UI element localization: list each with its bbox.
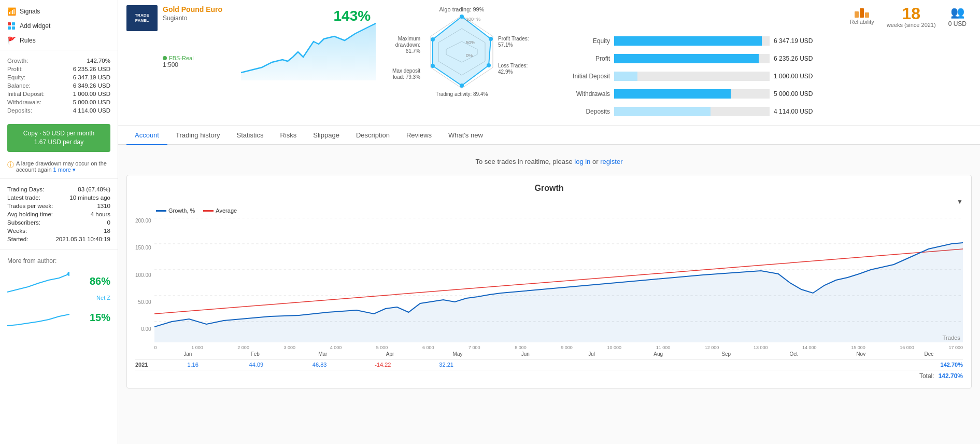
svg-text:0%: 0%	[466, 53, 473, 58]
realtime-notice: To see trades in realtime, please log in…	[126, 154, 972, 170]
sidebar-item-signals[interactable]: 📶 Signals	[0, 4, 118, 19]
growth-svg: Trades	[154, 218, 963, 342]
year-label: 2021	[135, 362, 161, 368]
mar-value: 46.83	[288, 362, 351, 368]
withdrawals-bar-row: Withdrawals 5 000.00 USD	[553, 89, 967, 99]
more-from-author: More from author: 86% Net Z 15%	[0, 252, 118, 336]
year-bar-section: 2021 1.16 44.09 46.83 -14.22 32.21 142.7…	[135, 359, 963, 380]
rules-label: Rules	[20, 37, 36, 44]
y-150: 150.00	[135, 245, 151, 251]
x-axis-labels: 01 0002 0003 0004 0005 0006 0007 0008 00…	[154, 345, 963, 350]
may-value: 32.21	[415, 362, 478, 368]
svg-text:57.1%: 57.1%	[498, 42, 513, 48]
chart-dropdown[interactable]: ▼	[957, 198, 963, 205]
svg-point-0	[67, 272, 69, 276]
weeks-value: 18	[104, 228, 110, 234]
equity-bar-row: Equity 6 347.19 USD	[553, 36, 967, 46]
weeks-big-value: 18	[902, 5, 920, 22]
more-link[interactable]: 1 more ▾	[53, 166, 76, 173]
tab-statistics[interactable]: Statistics	[228, 126, 272, 145]
tabs-bar: Account Trading history Statistics Risks…	[118, 126, 980, 145]
avg-holding-value: 4 hours	[91, 211, 110, 217]
net-z-label: Net Z	[7, 295, 110, 301]
svg-marker-1	[241, 23, 376, 80]
reliability-label: Reliability	[850, 19, 874, 25]
growth-value: 142.70%	[87, 58, 110, 64]
y-100: 100.00	[135, 272, 151, 278]
profit-value: 6 235.26 USD	[73, 66, 110, 72]
deposits-value: 4 114.00 USD	[73, 107, 110, 114]
net-z-value: 86%	[90, 275, 110, 287]
reliability-badges: Reliability 18 weeks (since 2021) 👥 0 US…	[553, 5, 967, 28]
rules-icon: 🚩	[7, 36, 16, 45]
provider-info: Gold Pound Euro Sugianto FBS-Real 1:500	[163, 5, 222, 68]
register-link[interactable]: register	[600, 158, 622, 165]
reliability-badge: Reliability	[850, 8, 874, 25]
tab-slippage[interactable]: Slippage	[305, 126, 348, 145]
weeks-label: Weeks:	[7, 228, 27, 234]
chart-legend: Growth, % Average	[135, 207, 963, 218]
svg-text:drawdown:: drawdown:	[395, 42, 420, 48]
sidebar-item-rules[interactable]: 🚩 Rules	[0, 33, 118, 48]
right-bars-section: Reliability 18 weeks (since 2021) 👥 0 US…	[548, 5, 972, 120]
jan-value: 1.16	[161, 362, 224, 368]
provider-author: Sugianto	[163, 15, 222, 22]
tab-whats-new[interactable]: What's new	[440, 126, 491, 145]
profit-bar-label: Profit	[553, 55, 610, 62]
chart-with-yaxis: 200.00 150.00 100.00 50.00 0.00	[135, 218, 963, 357]
content-area: To see trades in realtime, please log in…	[118, 145, 980, 444]
initial-deposit-bar-value: 1 000.00 USD	[774, 73, 826, 80]
copy-button[interactable]: Copy · 50 USD per month 1.67 USD per day	[7, 124, 110, 152]
signals-label: Signals	[20, 8, 40, 15]
initial-deposit-value: 1 000.00 USD	[73, 91, 110, 97]
log-in-link[interactable]: log in	[574, 158, 590, 165]
warning-icon: ⓘ	[7, 160, 14, 170]
svg-point-7	[489, 37, 493, 41]
total-label: Total:	[919, 372, 934, 380]
subscribers-label: Subscribers:	[7, 219, 40, 226]
trading-days-value: 83 (67.48%)	[78, 186, 110, 192]
fbs-badge: FBS-Real	[163, 55, 222, 61]
legend-growth-dot	[156, 210, 166, 212]
signals-icon: 📶	[7, 7, 16, 16]
month-jul: Jul	[588, 351, 595, 357]
initial-deposit-bar-row: Initial Deposit 1 000.00 USD	[553, 72, 967, 81]
sidebar: 📶 Signals Add widget 🚩 Rules Growth: 142…	[0, 0, 118, 444]
tab-risks[interactable]: Risks	[272, 126, 305, 145]
tab-account[interactable]: Account	[126, 126, 167, 145]
month-nov: Nov	[856, 351, 865, 357]
provider-logo: TRADEPANEL	[126, 5, 158, 31]
svg-point-9	[460, 84, 464, 88]
y-200: 200.00	[135, 218, 151, 224]
svg-marker-5	[433, 17, 491, 86]
people-icon: 👥	[950, 6, 964, 19]
initial-deposit-bar-track	[614, 72, 770, 81]
tab-description[interactable]: Description	[348, 126, 398, 145]
legend-average-label: Average	[216, 207, 237, 214]
svg-text:Max deposit: Max deposit	[392, 68, 420, 74]
tab-trading-history[interactable]: Trading history	[167, 126, 229, 145]
started-value: 2021.05.31 10:40:19	[55, 236, 110, 242]
growth-chart-title: Growth	[135, 184, 963, 193]
profit-label: Profit:	[7, 66, 23, 72]
growth-chart-container: Growth ▼ Growth, % Average	[126, 175, 972, 388]
svg-point-10	[431, 64, 435, 68]
tab-reviews[interactable]: Reviews	[398, 126, 440, 145]
equity-bar-fill	[614, 36, 762, 46]
mini-chart-area: 143%	[231, 5, 376, 83]
deposits-bar-row: Deposits 4 114.00 USD	[553, 107, 967, 116]
equity-bar-value: 6 347.19 USD	[774, 37, 826, 45]
growth-label-pct: 143%	[333, 8, 371, 24]
svg-marker-31	[154, 243, 963, 342]
profit-bar-fill	[614, 54, 759, 63]
fbs-label: FBS-Real	[169, 55, 194, 61]
reliability-icon	[855, 8, 869, 18]
mini-chart-1	[7, 269, 69, 295]
year-bar-row: 2021 1.16 44.09 46.83 -14.22 32.21 142.7…	[135, 362, 963, 368]
warning-box: ⓘ A large drawdown may occur on the acco…	[7, 160, 110, 173]
more-from-author-title: More from author:	[7, 257, 110, 265]
ytd-value: 142.70%	[921, 362, 963, 368]
weeks-since-label: weeks (since 2021)	[887, 22, 936, 28]
started-label: Started:	[7, 236, 28, 242]
sidebar-item-add-widget[interactable]: Add widget	[0, 19, 118, 33]
